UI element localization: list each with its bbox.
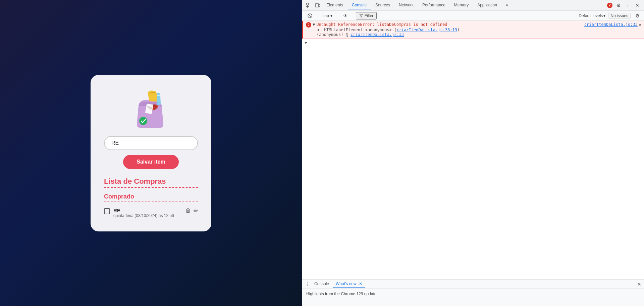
- tab-performance[interactable]: Performance: [418, 1, 449, 9]
- error-trace-1: at HTMLLabelElement.<anonymous> (criarIt…: [306, 28, 641, 32]
- filter-button[interactable]: Filter: [356, 12, 377, 19]
- svg-rect-14: [315, 4, 319, 7]
- more-options-icon[interactable]: ⋮: [624, 1, 632, 9]
- devtools-drawer: ⋮ Console What's new ✕ ✕ Highlights from…: [302, 279, 644, 306]
- section-divider: [104, 187, 198, 188]
- close-devtools-icon[interactable]: ✕: [633, 1, 641, 9]
- drawer-menu-icon[interactable]: ⋮: [305, 281, 310, 287]
- close-drawer-button[interactable]: ✕: [637, 281, 641, 287]
- item-input[interactable]: [104, 136, 198, 150]
- clear-console-icon[interactable]: [305, 13, 315, 19]
- error-expand-more[interactable]: ▶: [302, 39, 644, 46]
- item-date: quinta-feira (03/10/2024) às 12:56: [113, 213, 174, 218]
- subsection-divider: [104, 202, 198, 202]
- devtools-tabs-bar: Elements Console Sources Network Perform…: [302, 0, 644, 11]
- eye-icon[interactable]: 👁: [341, 13, 350, 19]
- item-name: RE: [113, 208, 174, 213]
- svg-line-17: [309, 14, 311, 17]
- error-trace-link-2[interactable]: criarItemDaLista.js:33: [351, 32, 404, 37]
- top-context-selector[interactable]: top ▾: [321, 13, 335, 19]
- default-levels-button[interactable]: Default levels ▾: [579, 13, 605, 18]
- error-expand-icon[interactable]: ▼: [313, 22, 315, 27]
- no-issues-badge[interactable]: No issues: [608, 13, 631, 19]
- list-item: RE quinta-feira (03/10/2024) às 12:56 🗑 …: [104, 208, 198, 218]
- error-trace-2: (anonymous) @ criarItemDaLista.js:33: [306, 32, 641, 37]
- console-toolbar: top ▾ 👁 Filter Default levels ▾ No issue…: [302, 11, 644, 21]
- svg-point-4: [153, 105, 155, 106]
- delete-item-button[interactable]: 🗑: [185, 208, 191, 214]
- error-trace-link-1[interactable]: criarItemDaLista.js:33:13: [396, 28, 457, 32]
- svg-point-10: [139, 117, 147, 125]
- error-message: Uncaught ReferenceError: listaDeCompras …: [316, 22, 582, 27]
- subsection-title: Comprado: [104, 193, 198, 200]
- app-area: Salvar item Lista de Compras Comprado RE…: [0, 0, 302, 306]
- inspect-element-icon[interactable]: [305, 1, 313, 9]
- edit-item-button[interactable]: ✏: [194, 208, 198, 214]
- tab-sources[interactable]: Sources: [371, 1, 394, 9]
- hero-illustration: [129, 86, 173, 129]
- section-title: Lista de Compras: [104, 177, 198, 186]
- error-source-link[interactable]: criarItemDaLista.js:33: [584, 22, 638, 27]
- drawer-tab-whatsnew[interactable]: What's new ✕: [333, 281, 365, 288]
- tab-elements[interactable]: Elements: [322, 1, 347, 9]
- app-card: Salvar item Lista de Compras Comprado RE…: [91, 75, 211, 231]
- settings-icon[interactable]: ⚙: [614, 1, 623, 9]
- drawer-tab-close-icon[interactable]: ✕: [359, 281, 362, 286]
- tab-more[interactable]: »: [502, 1, 512, 9]
- device-toolbar-icon[interactable]: [314, 1, 322, 9]
- drawer-tabs-bar: ⋮ Console What's new ✕ ✕: [302, 279, 644, 289]
- save-item-button[interactable]: Salvar item: [123, 155, 178, 169]
- error-expand-right-icon[interactable]: ↺: [639, 22, 641, 27]
- console-settings-icon[interactable]: ⚙: [633, 12, 641, 20]
- tab-memory[interactable]: Memory: [450, 1, 473, 9]
- svg-rect-1: [157, 93, 160, 94]
- error-count-badge: 2: [607, 3, 612, 8]
- devtools-panel: Elements Console Sources Network Perform…: [302, 0, 644, 306]
- drawer-content: Highlights from the Chrome 129 update: [302, 289, 644, 299]
- tab-network[interactable]: Network: [395, 1, 418, 9]
- error-badge: 2: [306, 22, 311, 28]
- svg-rect-15: [319, 4, 320, 6]
- error-entry: 2 ▼ Uncaught ReferenceError: listaDeComp…: [302, 21, 644, 39]
- item-checkbox[interactable]: [104, 208, 110, 214]
- console-output: 2 ▼ Uncaught ReferenceError: listaDeComp…: [302, 21, 644, 279]
- drawer-tab-console[interactable]: Console: [312, 281, 332, 288]
- tab-application[interactable]: Application: [473, 1, 501, 9]
- svg-rect-11: [307, 3, 309, 5]
- tab-console[interactable]: Console: [348, 1, 371, 9]
